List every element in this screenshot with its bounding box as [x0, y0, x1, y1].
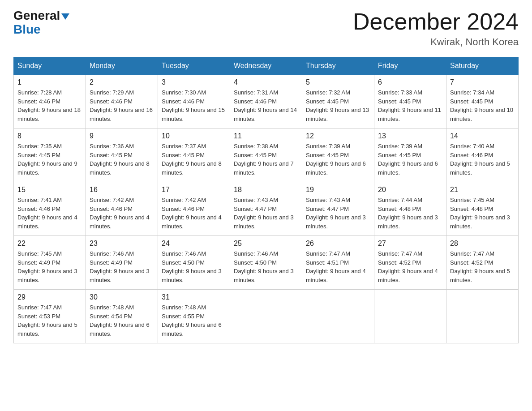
- day-info: Sunrise: 7:46 AM Sunset: 4:49 PM Dayligh…: [90, 249, 154, 284]
- day-cell: 31 Sunrise: 7:48 AM Sunset: 4:55 PM Dayl…: [158, 290, 230, 343]
- sunrise-label: Sunrise: 7:46 AM: [90, 250, 134, 257]
- sunrise-label: Sunrise: 7:42 AM: [162, 197, 206, 203]
- sunrise-label: Sunrise: 7:48 AM: [90, 304, 134, 311]
- day-number: 15: [17, 186, 82, 194]
- sunset-label: Sunset: 4:46 PM: [450, 152, 493, 158]
- sunrise-label: Sunrise: 7:47 AM: [306, 250, 350, 257]
- day-number: 1: [17, 78, 82, 86]
- daylight-label: Daylight: 9 hours and 4 minutes.: [162, 214, 222, 230]
- day-cell: 1 Sunrise: 7:28 AM Sunset: 4:46 PM Dayli…: [14, 75, 86, 128]
- day-number: 11: [234, 132, 298, 140]
- sunrise-label: Sunrise: 7:48 AM: [162, 304, 206, 311]
- day-cell: [230, 290, 302, 343]
- sunrise-label: Sunrise: 7:42 AM: [90, 197, 134, 203]
- day-cell: 18 Sunrise: 7:43 AM Sunset: 4:47 PM Dayl…: [230, 182, 302, 236]
- sunrise-label: Sunrise: 7:47 AM: [450, 250, 494, 257]
- day-cell: 27 Sunrise: 7:47 AM Sunset: 4:52 PM Dayl…: [374, 236, 446, 290]
- day-number: 29: [17, 293, 82, 301]
- day-info: Sunrise: 7:33 AM Sunset: 4:45 PM Dayligh…: [378, 88, 442, 123]
- daylight-label: Daylight: 9 hours and 6 minutes.: [306, 160, 366, 176]
- day-cell: 23 Sunrise: 7:46 AM Sunset: 4:49 PM Dayl…: [86, 236, 158, 290]
- day-cell: 28 Sunrise: 7:47 AM Sunset: 4:52 PM Dayl…: [446, 236, 519, 290]
- sunrise-label: Sunrise: 7:44 AM: [378, 197, 422, 203]
- header-sunday: Sunday: [14, 57, 86, 75]
- daylight-label: Daylight: 9 hours and 18 minutes.: [17, 107, 81, 122]
- sunrise-label: Sunrise: 7:43 AM: [234, 197, 278, 203]
- header-friday: Friday: [374, 57, 446, 75]
- sunset-label: Sunset: 4:45 PM: [450, 98, 493, 105]
- daylight-label: Daylight: 9 hours and 3 minutes.: [450, 214, 510, 230]
- sunset-label: Sunset: 4:46 PM: [162, 98, 205, 105]
- daylight-label: Daylight: 9 hours and 13 minutes.: [306, 107, 369, 122]
- day-cell: 9 Sunrise: 7:36 AM Sunset: 4:45 PM Dayli…: [86, 128, 158, 182]
- header-thursday: Thursday: [302, 57, 374, 75]
- day-info: Sunrise: 7:41 AM Sunset: 4:46 PM Dayligh…: [17, 196, 82, 231]
- day-number: 30: [90, 293, 154, 301]
- sunset-label: Sunset: 4:46 PM: [162, 206, 205, 212]
- day-number: 9: [90, 132, 154, 140]
- day-number: 25: [234, 240, 298, 248]
- sunset-label: Sunset: 4:45 PM: [17, 152, 60, 158]
- daylight-label: Daylight: 9 hours and 4 minutes.: [306, 268, 366, 283]
- day-cell: 13 Sunrise: 7:39 AM Sunset: 4:45 PM Dayl…: [374, 128, 446, 182]
- day-number: 4: [234, 78, 298, 86]
- day-cell: 30 Sunrise: 7:48 AM Sunset: 4:54 PM Dayl…: [86, 290, 158, 343]
- sunrise-label: Sunrise: 7:37 AM: [162, 143, 206, 150]
- sunset-label: Sunset: 4:53 PM: [17, 313, 60, 320]
- day-info: Sunrise: 7:43 AM Sunset: 4:47 PM Dayligh…: [234, 196, 298, 231]
- day-info: Sunrise: 7:46 AM Sunset: 4:50 PM Dayligh…: [234, 249, 298, 284]
- day-info: Sunrise: 7:40 AM Sunset: 4:46 PM Dayligh…: [450, 142, 515, 177]
- day-number: 16: [90, 186, 154, 194]
- daylight-label: Daylight: 9 hours and 8 minutes.: [90, 160, 150, 176]
- day-info: Sunrise: 7:44 AM Sunset: 4:48 PM Dayligh…: [378, 196, 442, 231]
- day-number: 20: [378, 186, 442, 194]
- sunset-label: Sunset: 4:46 PM: [17, 98, 60, 105]
- week-row-2: 8 Sunrise: 7:35 AM Sunset: 4:45 PM Dayli…: [14, 128, 519, 182]
- sunrise-label: Sunrise: 7:36 AM: [90, 143, 134, 150]
- sunset-label: Sunset: 4:46 PM: [17, 206, 60, 212]
- sunset-label: Sunset: 4:51 PM: [306, 259, 349, 266]
- day-cell: 7 Sunrise: 7:34 AM Sunset: 4:45 PM Dayli…: [446, 75, 519, 128]
- day-number: 8: [17, 132, 82, 140]
- day-cell: 21 Sunrise: 7:45 AM Sunset: 4:48 PM Dayl…: [446, 182, 519, 236]
- day-cell: [374, 290, 446, 343]
- daylight-label: Daylight: 9 hours and 8 minutes.: [162, 160, 222, 176]
- day-cell: 5 Sunrise: 7:32 AM Sunset: 4:45 PM Dayli…: [302, 75, 374, 128]
- day-number: 12: [306, 132, 370, 140]
- sunset-label: Sunset: 4:54 PM: [90, 313, 133, 320]
- day-cell: 26 Sunrise: 7:47 AM Sunset: 4:51 PM Dayl…: [302, 236, 374, 290]
- daylight-label: Daylight: 9 hours and 3 minutes.: [17, 268, 77, 283]
- daylight-label: Daylight: 9 hours and 15 minutes.: [162, 107, 225, 122]
- daylight-label: Daylight: 9 hours and 11 minutes.: [378, 107, 441, 122]
- daylight-label: Daylight: 9 hours and 4 minutes.: [378, 268, 438, 283]
- logo-blue: Blue: [13, 22, 41, 36]
- sunset-label: Sunset: 4:45 PM: [162, 152, 205, 158]
- day-cell: 4 Sunrise: 7:31 AM Sunset: 4:46 PM Dayli…: [230, 75, 302, 128]
- sunset-label: Sunset: 4:50 PM: [162, 259, 205, 266]
- header-monday: Monday: [86, 57, 158, 75]
- daylight-label: Daylight: 9 hours and 3 minutes.: [234, 268, 294, 283]
- sunset-label: Sunset: 4:49 PM: [90, 259, 133, 266]
- header-wednesday: Wednesday: [230, 57, 302, 75]
- sunset-label: Sunset: 4:46 PM: [234, 98, 277, 105]
- sunrise-label: Sunrise: 7:39 AM: [378, 143, 422, 150]
- sunset-label: Sunset: 4:49 PM: [17, 259, 60, 266]
- sunrise-label: Sunrise: 7:45 AM: [17, 250, 62, 257]
- sunrise-label: Sunrise: 7:43 AM: [306, 197, 350, 203]
- day-info: Sunrise: 7:45 AM Sunset: 4:48 PM Dayligh…: [450, 196, 515, 231]
- sunset-label: Sunset: 4:47 PM: [306, 206, 349, 212]
- daylight-label: Daylight: 9 hours and 5 minutes.: [17, 321, 77, 337]
- day-info: Sunrise: 7:43 AM Sunset: 4:47 PM Dayligh…: [306, 196, 370, 231]
- sunset-label: Sunset: 4:52 PM: [450, 259, 493, 266]
- day-number: 31: [162, 293, 226, 301]
- sunset-label: Sunset: 4:45 PM: [306, 152, 349, 158]
- daylight-label: Daylight: 9 hours and 6 minutes.: [162, 321, 222, 337]
- week-row-3: 15 Sunrise: 7:41 AM Sunset: 4:46 PM Dayl…: [14, 182, 519, 236]
- day-cell: 16 Sunrise: 7:42 AM Sunset: 4:46 PM Dayl…: [86, 182, 158, 236]
- daylight-label: Daylight: 9 hours and 3 minutes.: [306, 214, 366, 230]
- day-cell: 3 Sunrise: 7:30 AM Sunset: 4:46 PM Dayli…: [158, 75, 230, 128]
- logo: General Blue: [13, 9, 69, 37]
- sunrise-label: Sunrise: 7:47 AM: [378, 250, 422, 257]
- day-info: Sunrise: 7:39 AM Sunset: 4:45 PM Dayligh…: [378, 142, 442, 177]
- day-number: 21: [450, 186, 515, 194]
